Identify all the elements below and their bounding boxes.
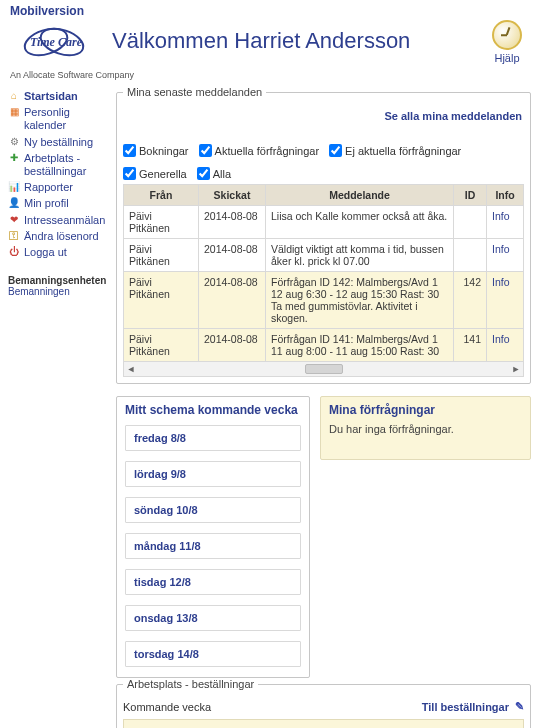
filter-general[interactable]: Generella	[123, 167, 187, 180]
cell-message: Väldigt viktigt att komma i tid, bussen …	[266, 239, 454, 272]
cell-from: Päivi Pitkänen	[124, 206, 199, 239]
sidebar-item-label: Startsidan	[24, 90, 78, 103]
sidebar-item-user[interactable]: 👤Min profil	[8, 197, 106, 210]
sidebar-group-title: Bemanningsenheten	[8, 275, 106, 286]
requests-panel: Mina förfrågningar Du har inga förfrågni…	[320, 396, 531, 460]
cell-info: Info	[487, 206, 524, 239]
info-link[interactable]: Info	[492, 210, 510, 222]
sidebar-item-plus[interactable]: ✚Arbetplats - beställningar	[8, 152, 106, 178]
home-icon: ⌂	[8, 90, 20, 102]
info-link[interactable]: Info	[492, 276, 510, 288]
see-all-messages-link[interactable]: Se alla mina meddelanden	[123, 110, 522, 122]
heart-icon: ❤	[8, 214, 20, 226]
filter-bookings-checkbox[interactable]	[123, 144, 136, 157]
table-row: Päivi Pitkänen2014-08-08Förfrågan ID 141…	[124, 329, 524, 362]
sidebar-item-power[interactable]: ⏻Logga ut	[8, 246, 106, 259]
col-info[interactable]: Info	[487, 185, 524, 206]
help-label: Hjälp	[494, 52, 519, 64]
scroll-left-icon[interactable]: ◄	[124, 363, 138, 375]
logo: Time Care	[10, 20, 100, 64]
filter-all[interactable]: Alla	[197, 167, 231, 180]
filter-current[interactable]: Aktuella förfrågningar	[199, 144, 320, 157]
cell-message: Liisa och Kalle kommer också att åka.	[266, 206, 454, 239]
orders-empty-text: Det finns inga beställningar som täcks a…	[123, 719, 524, 728]
cell-info: Info	[487, 329, 524, 362]
orders-legend: Arbetsplats - beställningar	[123, 678, 258, 690]
cell-from: Päivi Pitkänen	[124, 329, 199, 362]
power-icon: ⏻	[8, 246, 20, 258]
schedule-day[interactable]: onsdag 13/8	[125, 605, 301, 631]
cell-sent: 2014-08-08	[199, 206, 266, 239]
key-icon: ⚿	[8, 230, 20, 242]
sidebar-item-label: Rapporter	[24, 181, 73, 194]
sidebar-item-label: Min profil	[24, 197, 69, 210]
schedule-day[interactable]: fredag 8/8	[125, 425, 301, 451]
schedule-day[interactable]: lördag 9/8	[125, 461, 301, 487]
cell-id: 141	[454, 329, 487, 362]
cell-sent: 2014-08-08	[199, 239, 266, 272]
schedule-panel: Mitt schema kommande vecka fredag 8/8lör…	[116, 396, 310, 678]
table-row: Päivi Pitkänen2014-08-08Förfrågan ID 142…	[124, 272, 524, 329]
page-title: Välkommen Harriet Andersson	[100, 20, 487, 54]
filter-all-checkbox[interactable]	[197, 167, 210, 180]
plus-icon: ✚	[8, 152, 20, 164]
filter-bookings[interactable]: Bokningar	[123, 144, 189, 157]
cell-info: Info	[487, 272, 524, 329]
sidebar-item-calendar[interactable]: ▦Personlig kalender	[8, 106, 106, 132]
sidebar-item-label: Intresseanmälan	[24, 214, 105, 227]
scroll-right-icon[interactable]: ►	[509, 363, 523, 375]
schedule-day[interactable]: tisdag 12/8	[125, 569, 301, 595]
info-link[interactable]: Info	[492, 333, 510, 345]
sidebar-item-label: Arbetplats - beställningar	[24, 152, 106, 178]
filter-not-current[interactable]: Ej aktuella förfrågningar	[329, 144, 461, 157]
schedule-title: Mitt schema kommande vecka	[125, 403, 301, 417]
cell-from: Päivi Pitkänen	[124, 272, 199, 329]
cell-info: Info	[487, 239, 524, 272]
sidebar-item-key[interactable]: ⚿Ändra lösenord	[8, 230, 106, 243]
info-link[interactable]: Info	[492, 243, 510, 255]
clock-icon	[492, 20, 522, 50]
cell-sent: 2014-08-08	[199, 329, 266, 362]
schedule-day[interactable]: måndag 11/8	[125, 533, 301, 559]
col-message[interactable]: Meddelande	[266, 185, 454, 206]
svg-text:Care: Care	[58, 35, 83, 49]
scroll-thumb[interactable]	[305, 364, 343, 374]
col-id[interactable]: ID	[454, 185, 487, 206]
col-sent[interactable]: Skickat	[199, 185, 266, 206]
sidebar-item-gear[interactable]: ⚙Ny beställning	[8, 136, 106, 149]
messages-panel: Mina senaste meddelanden Se alla mina me…	[116, 86, 531, 384]
help-button[interactable]: Hjälp	[487, 20, 527, 64]
table-row: Päivi Pitkänen2014-08-08Liisa och Kalle …	[124, 206, 524, 239]
sidebar: ⌂Startsidan▦Personlig kalender⚙Ny bestäl…	[0, 86, 108, 728]
cell-message: Förfrågan ID 141: Malmbergs/Avd 1 11 aug…	[266, 329, 454, 362]
sidebar-item-report[interactable]: 📊Rapporter	[8, 181, 106, 194]
schedule-day[interactable]: söndag 10/8	[125, 497, 301, 523]
col-from[interactable]: Från	[124, 185, 199, 206]
cell-id	[454, 239, 487, 272]
to-orders-link[interactable]: Till beställningar	[422, 701, 509, 713]
orders-panel: Arbetsplats - beställningar Kommande vec…	[116, 678, 531, 728]
cell-message: Förfrågan ID 142: Malmbergs/Avd 1 12 aug…	[266, 272, 454, 329]
pencil-icon[interactable]: ✎	[515, 700, 524, 713]
cell-id	[454, 206, 487, 239]
filter-current-checkbox[interactable]	[199, 144, 212, 157]
filter-not-current-checkbox[interactable]	[329, 144, 342, 157]
table-row: Päivi Pitkänen2014-08-08Väldigt viktigt …	[124, 239, 524, 272]
report-icon: 📊	[8, 181, 20, 193]
messages-table: Från Skickat Meddelande ID Info Päivi Pi…	[123, 184, 524, 362]
requests-empty-text: Du har inga förfrågningar.	[321, 423, 530, 459]
messages-scrollbar[interactable]: ◄ ►	[123, 362, 524, 377]
sidebar-item-label: Ny beställning	[24, 136, 93, 149]
sidebar-group-link[interactable]: Bemanningen	[8, 286, 106, 297]
sidebar-item-heart[interactable]: ❤Intresseanmälan	[8, 214, 106, 227]
calendar-icon: ▦	[8, 106, 20, 118]
requests-title: Mina förfrågningar	[329, 403, 522, 417]
orders-subtitle: Kommande vecka	[123, 701, 211, 713]
sidebar-item-label: Ändra lösenord	[24, 230, 99, 243]
svg-text:Time: Time	[30, 35, 56, 49]
sidebar-item-home[interactable]: ⌂Startsidan	[8, 90, 106, 103]
filter-general-checkbox[interactable]	[123, 167, 136, 180]
sidebar-item-label: Logga ut	[24, 246, 67, 259]
mobile-version-link[interactable]: Mobilversion	[10, 4, 84, 18]
schedule-day[interactable]: torsdag 14/8	[125, 641, 301, 667]
